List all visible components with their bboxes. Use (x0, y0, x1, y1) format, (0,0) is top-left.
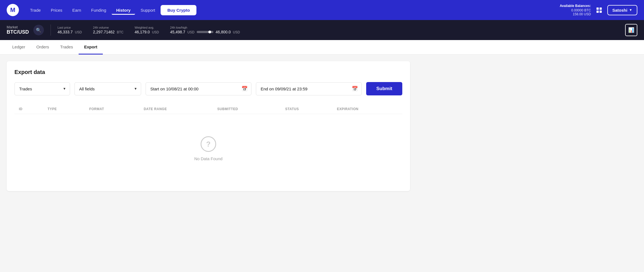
logo-mark: M (10, 6, 15, 14)
chart-toggle-button[interactable]: 📊 (625, 24, 637, 36)
high-value: 46,800.0 USD (216, 30, 240, 34)
low-high-values: 45,498.7 USD 46,800.0 USD (170, 30, 240, 34)
high-unit: USD (233, 30, 240, 34)
tab-ledger[interactable]: Ledger (7, 40, 31, 55)
start-date-input[interactable] (146, 82, 251, 95)
balances-title: Available Balances: (560, 4, 591, 8)
type-select[interactable]: Trades Orders Ledger (14, 82, 70, 95)
last-price-stat: Last price 46,333.7 USD (58, 26, 82, 34)
market-bar: Market BTC/USD 🔍 Last price 46,333.7 USD… (0, 20, 644, 40)
no-data-icon: ? (201, 136, 216, 152)
nav-funding[interactable]: Funding (87, 6, 111, 15)
weighted-avg-unit: USD (152, 30, 159, 34)
last-price-label: Last price (58, 26, 82, 29)
market-search-button[interactable]: 🔍 (33, 25, 44, 35)
export-form: Trades Orders Ledger ▼ All fields Select… (14, 82, 402, 95)
last-price-value: 46,333.7 USD (58, 30, 82, 34)
top-navigation: M Trade Prices Earn Funding History Supp… (0, 0, 644, 20)
col-expiration: EXPIRATION (333, 104, 402, 114)
fields-select[interactable]: All fields Selected fields (74, 82, 141, 95)
low-value: 45,498.7 USD (170, 30, 194, 34)
nav-right: Available Balances: 0.00000 BTC 158.00 U… (560, 4, 637, 16)
chart-icon: 📊 (628, 27, 634, 33)
col-id: ID (14, 104, 43, 114)
market-label-group: Market BTC/USD (7, 25, 29, 35)
end-date-input[interactable] (256, 82, 362, 95)
market-divider (51, 24, 51, 36)
nav-links: Trade Prices Earn Funding History Suppor… (26, 5, 558, 15)
end-date-input-wrapper: 📅 (256, 82, 362, 95)
col-status: STATUS (281, 104, 332, 114)
type-select-wrapper: Trades Orders Ledger ▼ (14, 82, 70, 95)
nav-history[interactable]: History (112, 6, 135, 15)
market-pair: BTC/USD (7, 29, 29, 35)
main-content: Export data Trades Orders Ledger ▼ All f… (0, 55, 417, 198)
nav-prices[interactable]: Prices (46, 6, 67, 15)
col-date-range: DATE RANGE (139, 104, 213, 114)
col-submitted: SUBMITTED (213, 104, 281, 114)
col-type: TYPE (43, 104, 85, 114)
submit-button[interactable]: Submit (366, 82, 402, 95)
export-title: Export data (14, 69, 402, 75)
grid-icon[interactable] (596, 8, 602, 13)
col-format: FORMAT (85, 104, 139, 114)
no-data-state: ? No Data Found (14, 114, 402, 183)
volume-unit: BTC (117, 30, 123, 34)
buy-crypto-button[interactable]: Buy Crypto (161, 5, 196, 15)
low-high-label: 24h low/high (170, 26, 240, 29)
low-high-stat: 24h low/high 45,498.7 USD 46,800.0 USD (170, 26, 240, 34)
available-balances: Available Balances: 0.00000 BTC 158.00 U… (560, 4, 591, 16)
export-card: Export data Trades Orders Ledger ▼ All f… (7, 61, 410, 191)
username: Satoshi (612, 8, 627, 13)
price-range-bar (197, 31, 213, 33)
range-indicator (208, 31, 211, 33)
volume-label: 24h volume (93, 26, 124, 29)
tab-orders[interactable]: Orders (31, 40, 55, 55)
weighted-avg-value: 46,179.0 USD (134, 30, 159, 34)
weighted-avg-stat: Weighted avg. 46,179.0 USD (134, 26, 159, 34)
user-menu-button[interactable]: Satoshi ▼ (607, 5, 637, 15)
nav-support[interactable]: Support (136, 6, 160, 15)
weighted-avg-label: Weighted avg. (134, 26, 159, 29)
export-table: ID TYPE FORMAT DATE RANGE SUBMITTED STAT… (14, 104, 402, 114)
chevron-down-icon: ▼ (629, 8, 632, 12)
start-date-input-wrapper: 📅 (146, 82, 251, 95)
volume-value: 2,297.71462 BTC (93, 30, 124, 34)
last-price-unit: USD (75, 30, 82, 34)
market-label: Market (7, 25, 29, 29)
usd-balance: 158.00 USD (560, 12, 591, 16)
tab-export[interactable]: Export (79, 40, 103, 55)
no-data-text: No Data Found (194, 156, 223, 161)
nav-earn[interactable]: Earn (68, 6, 86, 15)
low-unit: USD (188, 30, 194, 34)
logo[interactable]: M (7, 4, 19, 16)
volume-stat: 24h volume 2,297.71462 BTC (93, 26, 124, 34)
btc-balance: 0.00000 BTC (560, 8, 591, 12)
nav-trade[interactable]: Trade (26, 6, 45, 15)
history-tabs: Ledger Orders Trades Export (0, 40, 644, 55)
fields-select-wrapper: All fields Selected fields ▼ (74, 82, 141, 95)
table-header: ID TYPE FORMAT DATE RANGE SUBMITTED STAT… (14, 104, 402, 114)
tab-trades[interactable]: Trades (55, 40, 79, 55)
